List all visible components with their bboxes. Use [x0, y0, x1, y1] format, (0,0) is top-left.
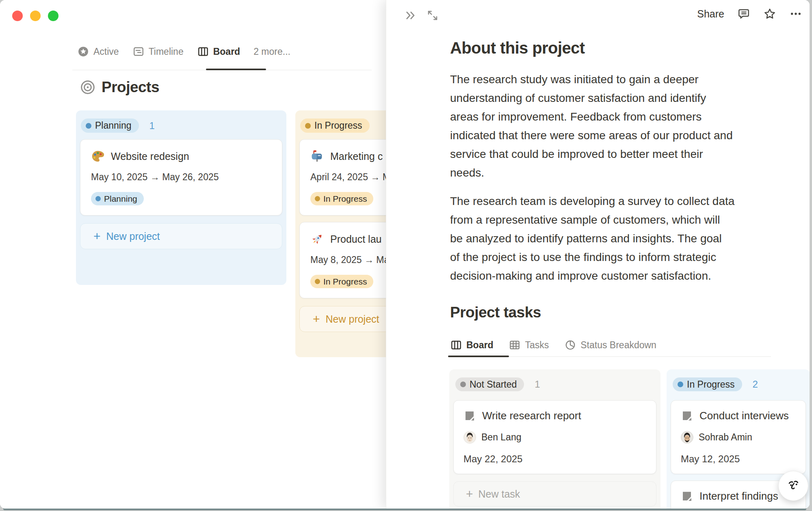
tab-tasks-table[interactable]: Tasks — [509, 339, 549, 351]
card-title: Product lau — [330, 233, 381, 245]
task-column-not-started: Not Started 1 Write research report Ben … — [449, 369, 660, 509]
tab-active-view[interactable]: Active — [77, 45, 119, 58]
tab-label: Board — [466, 340, 493, 351]
minimize-button[interactable] — [30, 11, 41, 21]
tab-tasks-board[interactable]: Board — [450, 339, 493, 351]
card-title: Interpret findings — [699, 490, 778, 502]
avatar-ben-lang — [463, 431, 476, 444]
notion-ai-button[interactable] — [778, 471, 808, 501]
page-title-text[interactable]: Projects — [102, 79, 159, 96]
status-dot — [305, 123, 311, 129]
timeline-icon — [132, 45, 145, 58]
card-assignee: Ben Lang — [463, 431, 646, 444]
board-icon — [197, 45, 209, 58]
zoom-button[interactable] — [48, 11, 58, 21]
task-page-icon — [463, 410, 476, 422]
tab-timeline-view[interactable]: Timeline — [132, 45, 184, 58]
close-peek-chevrons-icon[interactable] — [404, 9, 417, 22]
status-dot — [86, 123, 91, 129]
ai-face-icon — [785, 477, 802, 494]
column-count: 1 — [535, 379, 540, 390]
card-title: Write research report — [482, 410, 581, 422]
star-badge-icon — [77, 45, 89, 58]
bullseye-icon — [80, 80, 95, 95]
column-count: 1 — [149, 120, 155, 132]
tab-board-view[interactable]: Board — [197, 45, 240, 58]
palette-emoji — [91, 149, 105, 163]
card-status-tag: In Progress — [310, 275, 373, 288]
active-tab-underline — [206, 69, 266, 70]
avatar-sohrab-amin — [681, 431, 693, 444]
tab-label: Tasks — [525, 340, 549, 351]
column-count: 2 — [753, 379, 758, 390]
assignee-name: Sohrab Amin — [699, 432, 752, 443]
column-header: Planning 1 — [81, 119, 286, 133]
card-date: May 22, 2025 — [463, 453, 646, 465]
about-paragraph-1[interactable]: The research study was initiated to gain… — [450, 70, 771, 182]
assignee-name: Ben Lang — [481, 432, 521, 443]
task-card-conduct-interviews[interactable]: Conduct interviews Sohrab Amin May 12, 2… — [671, 400, 806, 474]
column-header: Not Started 1 — [455, 377, 660, 391]
tab-label: 2 more... — [253, 46, 290, 57]
project-card-website-redesign[interactable]: Website redesign May 10, 2025 → May 26, … — [80, 139, 282, 216]
page-title: Projects — [80, 79, 159, 96]
section-heading-about[interactable]: About this project — [450, 39, 771, 57]
close-button[interactable] — [12, 11, 23, 21]
board-column-planning: Planning 1 Website redesign May 10, 2025… — [76, 110, 286, 285]
tab-status-breakdown[interactable]: Status Breakdown — [564, 339, 656, 351]
about-paragraph-2[interactable]: The research team is developing a survey… — [450, 192, 771, 285]
new-task-button[interactable]: + New task — [453, 481, 656, 507]
status-pill-in-progress[interactable]: In Progress — [300, 119, 370, 133]
status-pill-not-started[interactable]: Not Started — [455, 377, 524, 391]
card-title: Website redesign — [111, 151, 189, 162]
board-icon — [450, 339, 462, 351]
card-assignee: Sohrab Amin — [681, 431, 796, 444]
page-body: About this project The research study wa… — [450, 0, 771, 357]
card-dates: May 10, 2025 → May 26, 2025 — [91, 172, 271, 183]
side-peek-panel: Share About this project The research st… — [386, 0, 810, 509]
window-controls — [12, 11, 58, 21]
card-status-tag: In Progress — [310, 192, 373, 205]
pie-chart-icon — [564, 339, 576, 351]
view-tabs: Active Timeline Board 2 more... — [77, 45, 290, 58]
tab-label: Active — [93, 46, 119, 57]
tasks-tabbar-divider — [450, 356, 771, 357]
rocket-emoji — [310, 232, 324, 246]
new-project-button[interactable]: + New project — [80, 223, 282, 249]
status-pill-planning[interactable]: Planning — [81, 119, 139, 133]
card-title: Conduct interviews — [699, 410, 789, 422]
status-dot — [460, 382, 466, 387]
status-pill-in-progress[interactable]: In Progress — [673, 377, 742, 391]
tab-label: Board — [213, 46, 240, 57]
section-heading-tasks[interactable]: Project tasks — [450, 304, 771, 321]
card-date: May 12, 2025 — [681, 453, 796, 465]
more-options-icon[interactable] — [789, 7, 802, 20]
card-title: Marketing c — [330, 151, 383, 162]
column-header: In Progress 2 — [673, 377, 810, 391]
status-dot — [678, 382, 683, 387]
tab-label: Timeline — [149, 46, 184, 57]
mailbox-emoji — [310, 149, 324, 163]
table-icon — [509, 339, 521, 351]
tasks-view-tabs: Board Tasks Status Breakdown — [450, 339, 771, 351]
tab-more-views[interactable]: 2 more... — [253, 46, 290, 57]
task-page-icon — [681, 490, 693, 502]
expand-page-icon[interactable] — [426, 9, 439, 22]
card-status-tag: Planning — [91, 192, 144, 205]
tab-label: Status Breakdown — [580, 340, 656, 351]
task-card-write-research-report[interactable]: Write research report Ben Lang May 22, 2… — [453, 400, 656, 474]
status-dot — [95, 196, 101, 201]
notion-window: Active Timeline Board 2 more... Projects… — [0, 0, 810, 509]
panel-toolbar-left — [404, 9, 439, 22]
status-dot — [315, 196, 320, 201]
task-page-icon — [681, 410, 693, 422]
active-tab-underline — [448, 356, 509, 357]
status-dot — [315, 279, 320, 284]
